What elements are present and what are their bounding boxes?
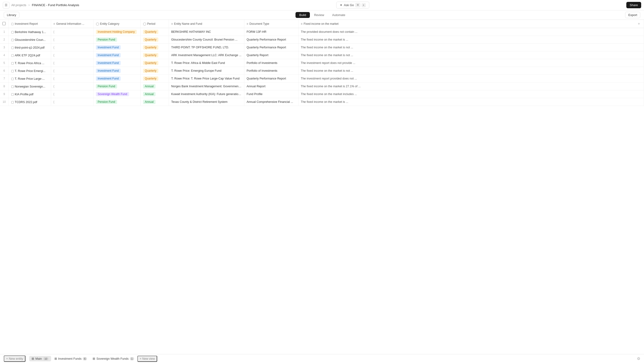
- table-row[interactable]: 4 ▢ARK ETF 2Q24.pdf { Investment Fund Qu…: [0, 52, 644, 59]
- row-entity-10[interactable]: Pension Fund: [93, 98, 140, 106]
- row-entity-9[interactable]: Sovereign Wealth Fund: [93, 90, 140, 98]
- share-button[interactable]: Share: [626, 2, 641, 8]
- row-entityname-5[interactable]: T. Rowe Price: Africa & Middle East Fund: [169, 59, 244, 67]
- row-general-9[interactable]: {: [51, 90, 93, 98]
- row-entityname-9[interactable]: Kuwait Investment Authority (KIA): Futur…: [169, 90, 244, 98]
- row-entity-3[interactable]: Investment Fund: [93, 44, 140, 52]
- export-button[interactable]: Export: [625, 12, 640, 18]
- row-report-10[interactable]: ▢TCDRS 2022.pdf: [8, 98, 51, 106]
- view-tab-main[interactable]: ⊞ Main 10: [29, 356, 51, 361]
- row-doctype-1[interactable]: FORM 13F-HR: [244, 28, 298, 36]
- row-fixed-8[interactable]: The fixed income on the market is 27.1% …: [298, 83, 644, 90]
- all-projects-link[interactable]: All projects: [11, 3, 26, 7]
- row-entity-6[interactable]: Investment Fund: [93, 67, 140, 75]
- table-row[interactable]: 7 ▢T. Rowe Price Large-... { Investment …: [0, 75, 644, 83]
- row-period-2[interactable]: Quarterly: [140, 36, 169, 44]
- row-general-8[interactable]: {: [51, 83, 93, 90]
- library-button[interactable]: Library: [4, 12, 19, 18]
- row-period-1[interactable]: Quarterly: [140, 28, 169, 36]
- row-doctype-4[interactable]: Quarterly Report: [244, 52, 298, 59]
- col-header-entityname[interactable]: ≡ Entity Name and Fund: [169, 20, 244, 28]
- row-fixed-2[interactable]: The fixed income on the market is ...: [298, 36, 644, 44]
- row-period-10[interactable]: Annual: [140, 98, 169, 106]
- row-general-4[interactable]: {: [51, 52, 93, 59]
- row-report-5[interactable]: ▢T. Rowe Price Africa ...: [8, 59, 51, 67]
- row-doctype-8[interactable]: Annual Report: [244, 83, 298, 90]
- row-entity-8[interactable]: Pension Fund: [93, 83, 140, 90]
- settings-icon[interactable]: ⚙: [637, 357, 640, 361]
- row-entityname-4[interactable]: ARK Investment Management LLC: ARK Excha…: [169, 52, 244, 59]
- row-report-9[interactable]: ▢KIA Profile.pdf: [8, 90, 51, 98]
- row-report-8[interactable]: ▢Norwegian Sovereign...: [8, 83, 51, 90]
- col-header-period[interactable]: ◯ Period: [140, 20, 169, 28]
- row-period-8[interactable]: Annual: [140, 83, 169, 90]
- row-doctype-10[interactable]: Annual Comprehensive Financial ...: [244, 98, 298, 106]
- row-doctype-7[interactable]: Quarterly Performance Report: [244, 75, 298, 83]
- row-doctype-5[interactable]: Portfolio of Investments: [244, 59, 298, 67]
- table-row[interactable]: 1 ▢Berkshire Hathaway 1... { Investment …: [0, 28, 644, 36]
- table-row[interactable]: 6 ▢T. Rowe Price Emergi... { Investment …: [0, 67, 644, 75]
- sidebar-toggle-icon[interactable]: ☰: [3, 2, 10, 9]
- col-header-general[interactable]: ≡ General Information ...: [51, 20, 93, 28]
- row-fixed-3[interactable]: The fixed income on the market is not ..…: [298, 44, 644, 52]
- row-general-2[interactable]: {: [51, 36, 93, 44]
- table-row[interactable]: 9 ▢KIA Profile.pdf { Sovereign Wealth Fu…: [0, 90, 644, 98]
- row-general-7[interactable]: {: [51, 75, 93, 83]
- add-entity-button[interactable]: + New entity: [4, 355, 26, 362]
- row-period-9[interactable]: Annual: [140, 90, 169, 98]
- row-general-6[interactable]: {: [51, 67, 93, 75]
- row-report-2[interactable]: ▢Gloucestershire Coun...: [8, 36, 51, 44]
- row-period-5[interactable]: Quarterly: [140, 59, 169, 67]
- row-report-4[interactable]: ▢ARK ETF 2Q24.pdf: [8, 52, 51, 59]
- row-entity-2[interactable]: Pension Fund: [93, 36, 140, 44]
- row-general-1[interactable]: {: [51, 28, 93, 36]
- row-fixed-10[interactable]: The fixed income on the market is ...: [298, 98, 644, 106]
- table-row[interactable]: 10 ▢TCDRS 2022.pdf { Pension Fund Annual…: [0, 98, 644, 106]
- row-entityname-10[interactable]: Texas County & District Retirement Syste…: [169, 98, 244, 106]
- row-general-5[interactable]: {: [51, 59, 93, 67]
- row-doctype-3[interactable]: Quarterly Performance Report: [244, 44, 298, 52]
- row-entity-5[interactable]: Investment Fund: [93, 59, 140, 67]
- row-fixed-6[interactable]: The fixed income on the market is not ..…: [298, 67, 644, 75]
- tab-automate[interactable]: Automate: [328, 12, 349, 18]
- col-header-entity[interactable]: ◯ Entity Category: [93, 20, 140, 28]
- select-all-checkbox[interactable]: [2, 22, 6, 25]
- row-entity-7[interactable]: Investment Fund: [93, 75, 140, 83]
- col-header-report[interactable]: ▢ Investment Report: [8, 20, 51, 28]
- row-entityname-1[interactable]: BERKSHIRE HATHAWAY INC: [169, 28, 244, 36]
- table-row[interactable]: 3 ▢third-point-q1-2024.pdf { Investment …: [0, 44, 644, 52]
- table-row[interactable]: 8 ▢Norwegian Sovereign... { Pension Fund…: [0, 83, 644, 90]
- row-doctype-2[interactable]: Quarterly Performance Report: [244, 36, 298, 44]
- row-report-7[interactable]: ▢T. Rowe Price Large-...: [8, 75, 51, 83]
- table-row[interactable]: 2 ▢Gloucestershire Coun... { Pension Fun…: [0, 36, 644, 44]
- row-general-10[interactable]: {: [51, 98, 93, 106]
- add-view-button[interactable]: + New view: [138, 356, 157, 362]
- tab-build[interactable]: Build: [296, 12, 310, 18]
- row-fixed-5[interactable]: The investment report does not provide .…: [298, 59, 644, 67]
- tab-review[interactable]: Review: [310, 12, 328, 18]
- row-entity-1[interactable]: Investment Holding Company: [93, 28, 140, 36]
- add-col-btn[interactable]: +: [636, 22, 642, 26]
- row-entityname-3[interactable]: THIRD POINT: TP OFFSHORE FUND, LTD.: [169, 44, 244, 52]
- row-fixed-1[interactable]: The provided document does not contain .…: [298, 28, 644, 36]
- row-period-7[interactable]: Quarterly: [140, 75, 169, 83]
- col-header-fixed[interactable]: ≡ Fixed income on the market +: [298, 20, 644, 28]
- row-entity-4[interactable]: Investment Fund: [93, 52, 140, 59]
- ask-go-button[interactable]: ✦ Ask Go ⌘ K: [336, 2, 369, 9]
- row-report-1[interactable]: ▢Berkshire Hathaway 1...: [8, 28, 51, 36]
- row-general-3[interactable]: {: [51, 44, 93, 52]
- row-fixed-7[interactable]: The investment report provided does not …: [298, 75, 644, 83]
- table-row[interactable]: 5 ▢T. Rowe Price Africa ... { Investment…: [0, 59, 644, 67]
- row-entityname-7[interactable]: T. Rowe Price: T. Rowe Price Large-Cap V…: [169, 75, 244, 83]
- row-entityname-6[interactable]: T. Rowe Price: Emerging Europe Fund: [169, 67, 244, 75]
- row-period-6[interactable]: Quarterly: [140, 67, 169, 75]
- view-tab-sovereign[interactable]: ⊞ Sovereign Wealth Funds 1: [90, 356, 136, 361]
- row-doctype-9[interactable]: Fund Profile: [244, 90, 298, 98]
- row-report-6[interactable]: ▢T. Rowe Price Emergi...: [8, 67, 51, 75]
- view-tab-investment-funds[interactable]: ⊞ Investment Funds 6: [52, 356, 89, 361]
- row-report-3[interactable]: ▢third-point-q1-2024.pdf: [8, 44, 51, 52]
- row-period-3[interactable]: Quarterly: [140, 44, 169, 52]
- row-period-4[interactable]: Quarterly: [140, 52, 169, 59]
- row-fixed-9[interactable]: The fixed income on the market includes …: [298, 90, 644, 98]
- row-doctype-6[interactable]: Portfolio of Investments: [244, 67, 298, 75]
